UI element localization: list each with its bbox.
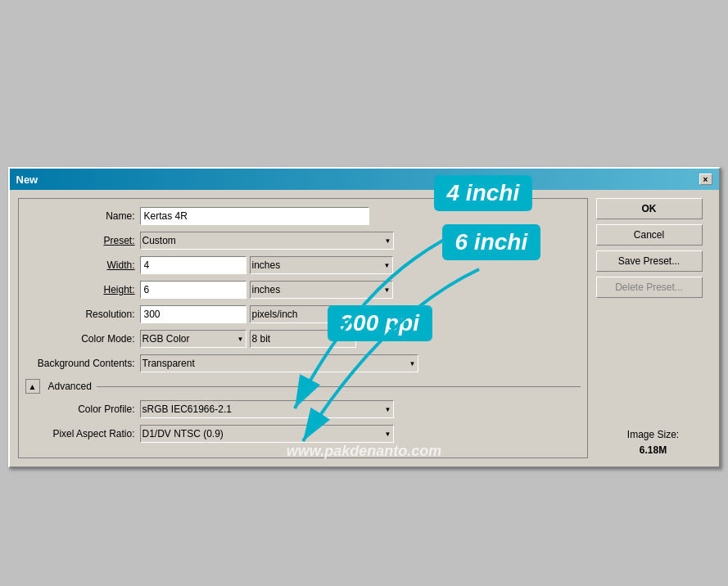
bitdepth-select[interactable]: 1 bit8 bit16 bit32 bit bbox=[250, 330, 356, 348]
bitdepth-wrapper: 1 bit8 bit16 bit32 bit bbox=[250, 330, 356, 348]
height-label: Height: bbox=[25, 284, 140, 295]
image-size-box: Image Size: 6.18M bbox=[596, 411, 711, 458]
titlebar: New × bbox=[10, 169, 719, 190]
delete-preset-button[interactable]: Delete Preset... bbox=[596, 277, 703, 298]
pixel-aspect-label: Pixel Aspect Ratio: bbox=[25, 428, 140, 440]
advanced-divider bbox=[97, 386, 581, 387]
image-size-value: 6.18M bbox=[596, 443, 711, 458]
colormode-select[interactable]: BitmapGrayscaleRGB ColorCMYK ColorLab Co… bbox=[140, 330, 246, 348]
new-dialog: New × Name: Preset: CustomDefault Photos… bbox=[8, 167, 721, 468]
preset-row: Preset: CustomDefault Photoshop SizeLett… bbox=[25, 232, 581, 250]
colormode-wrapper: BitmapGrayscaleRGB ColorCMYK ColorLab Co… bbox=[140, 330, 246, 348]
dialog-body: Name: Preset: CustomDefault Photoshop Si… bbox=[10, 190, 719, 467]
preset-label: Preset: bbox=[25, 235, 140, 246]
left-panel: Name: Preset: CustomDefault Photoshop Si… bbox=[18, 198, 588, 458]
name-row: Name: bbox=[25, 207, 581, 225]
height-unit-select[interactable]: pixelsinchescmmmpointspicascolumns bbox=[250, 281, 393, 299]
width-unit-select[interactable]: pixelsinchescmmmpointspicascolumns bbox=[250, 256, 393, 274]
pixel-wrapper: SquareD1/DV NTSC (0.9)D1/DV PAL (1.07)An… bbox=[140, 425, 394, 443]
profile-label: Color Profile: bbox=[25, 403, 140, 415]
height-row: Height: pixelsinchescmmmpointspicascolum… bbox=[25, 281, 581, 299]
advanced-label: Advanced bbox=[48, 381, 92, 392]
preset-select[interactable]: CustomDefault Photoshop SizeLetterLegalT… bbox=[140, 232, 394, 250]
colormode-label: Color Mode: bbox=[25, 333, 140, 345]
image-size-label: Image Size: bbox=[596, 427, 711, 443]
resolution-input[interactable] bbox=[140, 305, 246, 323]
colormode-row: Color Mode: BitmapGrayscaleRGB ColorCMYK… bbox=[25, 330, 581, 348]
profile-wrapper: sRGB IEC61966-2.1Adobe RGB (1998)ProPhot… bbox=[140, 400, 394, 418]
save-preset-button[interactable]: Save Preset... bbox=[596, 250, 703, 272]
advanced-toggle[interactable]: ▲ bbox=[25, 379, 40, 394]
name-label: Name: bbox=[25, 210, 140, 222]
height-input[interactable] bbox=[140, 281, 246, 299]
advanced-row: ▲ Advanced bbox=[25, 379, 581, 394]
resolution-row: Resolution: pixels/inchpixels/cm bbox=[25, 305, 581, 323]
dialog-title: New bbox=[16, 174, 38, 186]
profile-select[interactable]: sRGB IEC61966-2.1Adobe RGB (1998)ProPhot… bbox=[140, 400, 394, 418]
dialog-wrapper: 4 inchi 6 inchi 300 ppi www.pakdenanto.c… bbox=[8, 167, 721, 468]
pixel-aspect-row: Pixel Aspect Ratio: SquareD1/DV NTSC (0.… bbox=[25, 425, 581, 443]
width-label: Width: bbox=[25, 259, 140, 271]
resolution-label: Resolution: bbox=[25, 309, 140, 320]
pixel-select[interactable]: SquareD1/DV NTSC (0.9)D1/DV PAL (1.07)An… bbox=[140, 425, 394, 443]
resolution-unit-wrapper: pixels/inchpixels/cm bbox=[250, 305, 393, 323]
ok-button[interactable]: OK bbox=[596, 198, 703, 219]
preset-select-wrapper: CustomDefault Photoshop SizeLetterLegalT… bbox=[140, 232, 394, 250]
background-label: Background Contents: bbox=[25, 358, 140, 369]
name-input[interactable] bbox=[140, 207, 369, 225]
cancel-button[interactable]: Cancel bbox=[596, 224, 703, 246]
background-select[interactable]: WhiteBackground ColorTransparent bbox=[140, 354, 418, 372]
profile-row: Color Profile: sRGB IEC61966-2.1Adobe RG… bbox=[25, 400, 581, 418]
close-button[interactable]: × bbox=[699, 174, 712, 185]
width-unit-wrapper: pixelsinchescmmmpointspicascolumns bbox=[250, 256, 393, 274]
resolution-unit-select[interactable]: pixels/inchpixels/cm bbox=[250, 305, 393, 323]
right-panel: OK Cancel Save Preset... Delete Preset..… bbox=[596, 198, 711, 458]
height-unit-wrapper: pixelsinchescmmmpointspicascolumns bbox=[250, 281, 393, 299]
background-row: Background Contents: WhiteBackground Col… bbox=[25, 354, 581, 372]
background-wrapper: WhiteBackground ColorTransparent bbox=[140, 354, 418, 372]
width-input[interactable] bbox=[140, 256, 246, 274]
width-row: Width: pixelsinchescmmmpointspicascolumn… bbox=[25, 256, 581, 274]
